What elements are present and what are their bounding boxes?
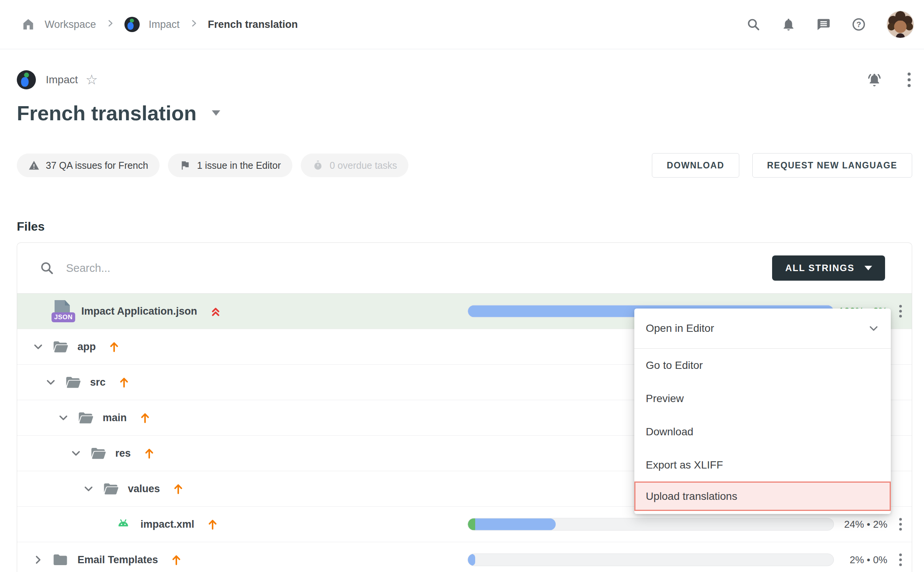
timer-icon [312,160,324,171]
status-chip-label: 0 overdue tasks [330,160,397,171]
folder-open-icon [64,374,82,390]
project-name: Impact [46,74,78,86]
status-row: 37 QA issues for French 1 issue in the E… [17,153,912,178]
upload-arrow-icon [117,375,131,389]
request-new-language-button[interactable]: REQUEST NEW LANGUAGE [752,153,912,178]
status-chip[interactable]: 1 issue in the Editor [168,154,292,177]
android-file-icon [114,516,132,532]
file-context-menu: Open in Editor Go to Editor Preview Down… [634,309,891,514]
file-name: Impact Application.json [81,305,197,317]
folder-name: values [128,483,160,495]
project-logo [17,70,36,89]
priority-high-icon [209,304,223,318]
menu-item-export-as-xliff[interactable]: Export as XLIFF [634,448,891,482]
status-chips: 37 QA issues for French 1 issue in the E… [17,154,408,177]
breadcrumb-chevron-icon [189,18,199,31]
status-chip-label: 1 issue in the Editor [197,160,281,171]
upload-arrow-icon [206,517,219,531]
home-icon[interactable] [21,17,35,32]
project-header-actions [866,71,912,89]
breadcrumb-workspace[interactable]: Workspace [45,19,96,31]
files-searchbar: ALL STRINGS [17,243,912,294]
user-avatar[interactable] [887,11,914,38]
breadcrumb-project[interactable]: Impact [149,19,180,31]
star-icon[interactable]: ☆ [85,73,98,87]
page-title: French translation [17,101,912,125]
page-title-text: French translation [17,101,197,125]
menu-item-download[interactable]: Download [634,415,891,448]
row-menu-kebab-icon[interactable] [898,552,903,568]
chat-icon[interactable] [816,17,831,32]
progress-bar [468,554,834,566]
folder-name: src [90,376,106,388]
status-chip[interactable]: 37 QA issues for French [17,154,160,177]
progress-bar [468,518,834,531]
chevron-down-icon[interactable] [57,411,70,424]
files-heading: Files [17,219,912,234]
upload-arrow-icon [171,482,185,496]
file-name: impact.xml [140,519,194,530]
status-chip[interactable]: 0 overdue tasks [301,154,409,177]
breadcrumb-chevron-icon [105,18,115,31]
header-buttons: DOWNLOAD REQUEST NEW LANGUAGE [652,153,912,178]
chevron-down-icon[interactable] [32,340,45,353]
project-header: Impact ☆ [17,70,912,90]
menu-item-go-to-editor[interactable]: Go to Editor [634,349,891,382]
caret-down-icon [864,266,872,270]
svg-text:?: ? [856,20,861,29]
notifications-active-icon[interactable] [866,72,882,88]
menu-item-preview[interactable]: Preview [634,382,891,415]
folder-open-icon [52,339,69,355]
files-search-input[interactable] [65,262,772,275]
progress-percent: 2% • 0% [803,554,887,566]
progress-percent: 24% • 2% [803,519,887,530]
folder-name: main [103,412,127,424]
chevron-down-icon[interactable] [69,447,82,460]
upload-arrow-icon [138,411,152,425]
folder-name: Email Templates [77,554,158,566]
notifications-icon[interactable] [781,17,796,32]
breadcrumb-current: French translation [208,19,298,31]
search-icon[interactable] [746,17,761,32]
chevron-right-icon[interactable] [32,553,45,566]
all-strings-filter-button[interactable]: ALL STRINGS [772,255,885,281]
breadcrumb: Workspace Impact French translation [21,17,298,32]
chevron-down-icon[interactable] [82,482,95,495]
folder-open-icon [89,445,107,461]
status-chip-label: 37 QA issues for French [46,160,148,171]
json-file-icon: JSON [52,300,73,322]
upload-arrow-icon [107,340,121,354]
folder-icon [52,552,69,568]
flag-icon [179,160,191,171]
chevron-down-icon [867,322,880,335]
folder-row[interactable]: Email Templates 2% • 0% [17,542,912,572]
folder-open-icon [102,481,119,497]
upload-arrow-icon [142,446,156,460]
menu-header-open-in-editor[interactable]: Open in Editor [634,309,891,349]
warning-icon [28,160,40,171]
title-dropdown-caret-icon[interactable] [212,110,220,116]
project-menu-kebab-icon[interactable] [906,71,912,89]
folder-name: app [77,341,96,353]
search-icon [39,260,55,276]
download-button[interactable]: DOWNLOAD [652,153,739,178]
row-menu-kebab-icon[interactable] [898,517,903,532]
project-logo [124,17,140,32]
help-icon[interactable]: ? [851,17,866,32]
topbar: Workspace Impact French translation ? [0,0,924,49]
upload-arrow-icon [169,553,183,567]
folder-name: res [115,448,131,459]
folder-open-icon [77,410,94,426]
row-menu-kebab-icon[interactable] [898,304,903,319]
topbar-actions: ? [746,11,914,38]
chevron-down-icon[interactable] [44,376,57,389]
menu-item-upload-translations[interactable]: Upload translations [634,482,891,511]
